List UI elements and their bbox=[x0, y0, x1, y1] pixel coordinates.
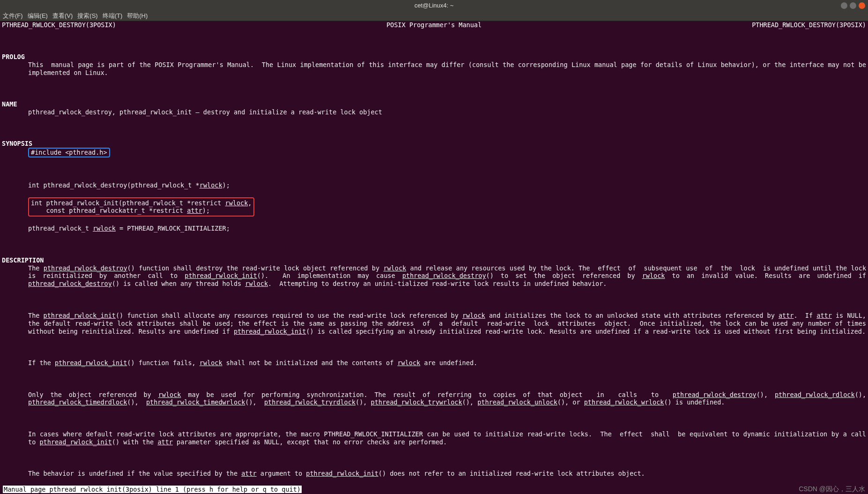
synopsis-include: #include <pthread.h> bbox=[2, 148, 866, 157]
watermark: CSDN @因心，三人水 bbox=[799, 485, 865, 494]
highlight-blue-box: #include <pthread.h> bbox=[28, 148, 110, 157]
synopsis-line1: int pthread_rwlock_destroy(pthread_rwloc… bbox=[2, 181, 866, 189]
menu-file[interactable]: 文件(F) bbox=[3, 12, 23, 20]
manpage-header: PTHREAD_RWLOCK_DESTROY(3POSIX) POSIX Pro… bbox=[0, 21, 868, 29]
header-center: POSIX Programmer's Manual bbox=[386, 21, 482, 29]
synopsis-redbox: int pthread_rwlock_init(pthread_rwlock_t… bbox=[2, 197, 866, 217]
window-title: cet@Linux4: ~ bbox=[415, 2, 454, 9]
menu-terminal[interactable]: 终端(T) bbox=[103, 12, 123, 20]
section-name: NAME bbox=[2, 100, 17, 108]
desc-para1: The pthread_rwlock_destroy() function sh… bbox=[2, 264, 866, 288]
manpage-body[interactable]: PROLOG This manual page is part of the P… bbox=[0, 29, 868, 494]
window-titlebar: cet@Linux4: ~ bbox=[0, 0, 868, 11]
highlight-red-box: int pthread_rwlock_init(pthread_rwlock_t… bbox=[28, 197, 254, 217]
maximize-icon[interactable] bbox=[850, 2, 856, 9]
header-left: PTHREAD_RWLOCK_DESTROY(3POSIX) bbox=[2, 21, 116, 29]
menu-edit[interactable]: 编辑(E) bbox=[28, 12, 48, 20]
menu-view[interactable]: 查看(V) bbox=[52, 12, 73, 20]
header-right: PTHREAD_RWLOCK_DESTROY(3POSIX) bbox=[752, 21, 866, 29]
desc-para3: If the pthread_rwlock_init() function fa… bbox=[2, 359, 866, 367]
menu-search[interactable]: 搜索(S) bbox=[77, 12, 97, 20]
menubar: 文件(F) 编辑(E) 查看(V) 搜索(S) 终端(T) 帮助(H) bbox=[0, 11, 868, 21]
minimize-icon[interactable] bbox=[841, 2, 847, 9]
section-synopsis: SYNOPSIS bbox=[2, 140, 32, 147]
prolog-text: This manual page is part of the POSIX Pr… bbox=[2, 61, 866, 77]
window-controls bbox=[841, 2, 865, 9]
synopsis-line4: pthread_rwlock_t rwlock = PTHREAD_RWLOCK… bbox=[2, 225, 866, 232]
menu-help[interactable]: 帮助(H) bbox=[127, 12, 148, 20]
section-prolog: PROLOG bbox=[2, 53, 25, 60]
section-description: DESCRIPTION bbox=[2, 256, 44, 264]
desc-para6: The behavior is undefined if the value s… bbox=[2, 470, 866, 478]
close-icon[interactable] bbox=[859, 2, 865, 9]
desc-para2: The pthread_rwlock_init() function shall… bbox=[2, 312, 866, 336]
name-text: pthread_rwlock_destroy, pthread_rwlock_i… bbox=[2, 108, 866, 116]
desc-para4: Only the object referenced by rwlock may… bbox=[2, 391, 866, 407]
statusbar: Manual page pthread_rwlock_init(3posix) … bbox=[0, 485, 868, 494]
status-text: Manual page pthread_rwlock_init(3posix) … bbox=[3, 486, 302, 494]
desc-para5: In cases where default read-write lock a… bbox=[2, 430, 866, 446]
